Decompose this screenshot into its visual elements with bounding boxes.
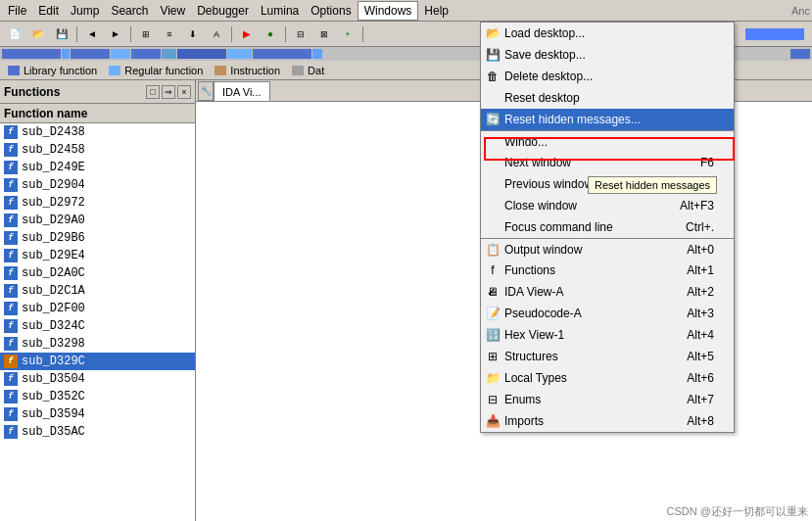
function-item[interactable]: fsub_D29E4 — [0, 247, 195, 264]
function-item[interactable]: fsub_D2458 — [0, 141, 195, 159]
panel-float-btn[interactable]: ⇒ — [162, 85, 175, 99]
windows-menu-item[interactable]: 🔄Reset hidden messages... — [481, 109, 734, 130]
function-item[interactable]: fsub_D3298 — [0, 335, 195, 353]
menu-item-label: Load desktop... — [504, 26, 585, 40]
function-item[interactable]: fsub_D2904 — [0, 176, 195, 194]
toolbar-fwd[interactable]: ► — [105, 24, 126, 44]
function-name-header: Function name — [0, 104, 195, 123]
menu-edit[interactable]: Edit — [32, 2, 65, 20]
panel-controls: □ ⇒ × — [146, 85, 191, 99]
toolbar-btn4[interactable]: ≡ — [159, 24, 180, 44]
windows-menu-item[interactable]: fFunctionsAlt+1 — [481, 260, 734, 281]
function-icon: f — [4, 337, 18, 351]
menu-options[interactable]: Options — [305, 2, 357, 20]
tab-ida-view[interactable]: IDA Vi... — [214, 81, 270, 101]
windows-menu-item[interactable]: 📁Local TypesAlt+6 — [481, 367, 734, 389]
menu-debugger[interactable]: Debugger — [191, 2, 255, 20]
function-name: sub_D2C1A — [22, 284, 85, 298]
toolbar-new[interactable]: 📄 — [4, 24, 25, 44]
function-item[interactable]: fsub_D2972 — [0, 194, 195, 212]
legend-library-color — [8, 66, 20, 75]
menu-search[interactable]: Search — [105, 2, 154, 20]
menu-icon-pseudo: 📝 — [485, 306, 501, 321]
seg-10 — [312, 49, 322, 59]
menu-lumina[interactable]: Lumina — [255, 2, 305, 20]
windows-menu-item[interactable]: Previous windowShift+F6 — [481, 173, 734, 195]
seg-end — [790, 49, 810, 59]
toolbar-btn8[interactable]: ⊠ — [313, 24, 335, 44]
toolbar-btn6[interactable]: A — [206, 24, 227, 44]
toolbar-sep-4 — [285, 26, 286, 42]
toolbar-back[interactable]: ◄ — [81, 24, 103, 44]
windows-menu-item[interactable]: Focus command lineCtrl+. — [481, 216, 734, 238]
panel-close-btn[interactable]: × — [177, 85, 191, 99]
panel-restore-btn[interactable]: □ — [146, 85, 160, 99]
menu-view[interactable]: View — [154, 2, 191, 20]
windows-menu-item[interactable]: 💾Save desktop... — [481, 44, 734, 66]
function-item[interactable]: fsub_D324C — [0, 317, 195, 335]
menu-windows[interactable]: Windows — [358, 1, 419, 21]
windows-menu-item[interactable]: Close windowAlt+F3 — [481, 195, 734, 216]
function-icon: f — [4, 390, 18, 403]
menu-item-label: Functions — [504, 263, 555, 277]
functions-panel-header: Functions □ ⇒ × — [0, 80, 195, 104]
menu-icon-delete: 🗑 — [485, 69, 501, 84]
legend-instruction: Instruction — [215, 65, 280, 76]
windows-menu-item[interactable]: Next windowF6 — [481, 152, 734, 173]
menu-jump[interactable]: Jump — [65, 2, 105, 20]
seg-1 — [2, 49, 61, 59]
windows-menu-item[interactable]: 🖥IDA View-AAlt+2 — [481, 281, 734, 303]
function-item[interactable]: fsub_D352C — [0, 388, 195, 405]
windows-menu-item[interactable]: ⊟EnumsAlt+7 — [481, 389, 734, 410]
function-icon: f — [4, 178, 18, 192]
function-icon: f — [4, 425, 18, 439]
function-item[interactable]: fsub_D29A0 — [0, 212, 195, 229]
function-item[interactable]: fsub_D3504 — [0, 370, 195, 388]
toolbar-sep-1 — [76, 26, 77, 42]
tab-icon: 🔧 — [198, 81, 214, 101]
function-item[interactable]: fsub_D329C — [0, 353, 195, 370]
function-item[interactable]: fsub_D2A0C — [0, 264, 195, 282]
toolbar-debug-green[interactable]: ● — [260, 24, 281, 44]
menu-item-label: Close window — [504, 199, 577, 213]
function-name: sub_D249E — [22, 161, 85, 174]
windows-menu-item[interactable]: 📋Output windowAlt+0 — [481, 238, 734, 260]
menu-help[interactable]: Help — [418, 2, 454, 20]
menu-item-label: Hex View-1 — [504, 328, 564, 342]
windows-menu-item[interactable]: 🗑Delete desktop... — [481, 66, 734, 87]
toolbar-btn9[interactable]: + — [337, 24, 358, 44]
windows-menu-item[interactable]: Windo... — [481, 130, 734, 152]
function-list[interactable]: fsub_D2438fsub_D2458fsub_D249Efsub_D2904… — [0, 123, 195, 521]
function-item[interactable]: fsub_D2F00 — [0, 300, 195, 317]
windows-menu-item[interactable]: 🔢Hex View-1Alt+4 — [481, 324, 734, 346]
function-name: sub_D2458 — [22, 143, 85, 157]
function-item[interactable]: fsub_D29B6 — [0, 229, 195, 247]
function-icon: f — [4, 407, 18, 421]
toolbar-save[interactable]: 💾 — [51, 24, 72, 44]
menu-item-shortcut: Alt+8 — [687, 414, 714, 428]
windows-menu-item[interactable]: 📂Load desktop... — [481, 23, 734, 44]
toolbar-btn5[interactable]: ⬇ — [182, 24, 204, 44]
menu-item-shortcut: Shift+F6 — [670, 177, 714, 191]
function-name: sub_D2438 — [22, 125, 85, 139]
windows-menu-item[interactable]: ⊞StructuresAlt+5 — [481, 346, 734, 367]
menu-item-label: Previous window — [504, 177, 593, 191]
legend-dat: Dat — [292, 65, 324, 76]
function-name: sub_D35AC — [22, 425, 85, 439]
toolbar-btn3[interactable]: ⊞ — [135, 24, 157, 44]
menubar: File Edit Jump Search View Debugger Lumi… — [0, 0, 812, 22]
toolbar-btn7[interactable]: ⊟ — [290, 24, 311, 44]
function-item[interactable]: fsub_D2438 — [0, 123, 195, 141]
function-item[interactable]: fsub_D2C1A — [0, 282, 195, 300]
function-item[interactable]: fsub_D3594 — [0, 405, 195, 423]
windows-menu-item[interactable]: 📝Pseudocode-AAlt+3 — [481, 303, 734, 324]
windows-menu-item[interactable]: Reset desktop — [481, 87, 734, 109]
menu-file[interactable]: File — [2, 2, 32, 20]
windows-menu-item[interactable]: 📥ImportsAlt+8 — [481, 410, 734, 432]
menu-icon-func: f — [485, 262, 501, 278]
function-item[interactable]: fsub_D249E — [0, 159, 195, 176]
menu-item-shortcut: Ctrl+. — [686, 220, 714, 234]
toolbar-debug-run[interactable]: ▶ — [236, 24, 258, 44]
toolbar-open[interactable]: 📂 — [27, 24, 49, 44]
function-item[interactable]: fsub_D35AC — [0, 423, 195, 441]
